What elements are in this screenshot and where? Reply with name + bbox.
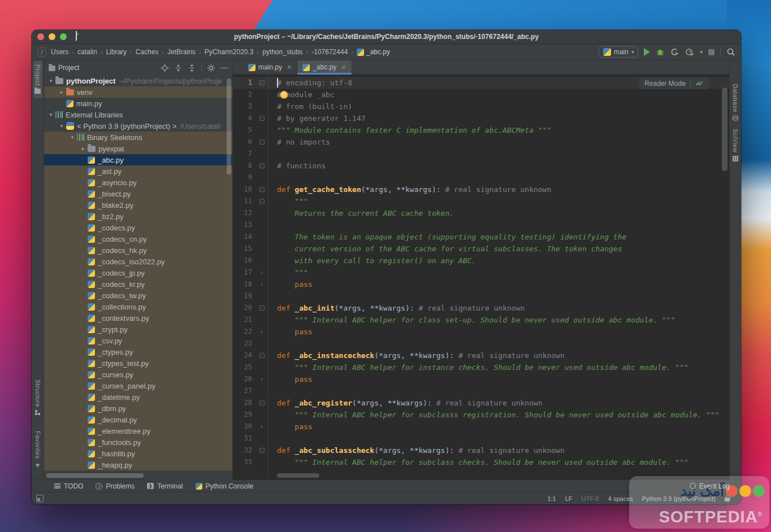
tree-item[interactable]: _ast.py bbox=[44, 165, 232, 177]
fold-marker-icon[interactable]: ∧ bbox=[255, 421, 268, 433]
tool-stripe-tab-sciview[interactable]: SciView bbox=[731, 125, 740, 165]
code-editor[interactable]: 1−# encoding: utf-82# module _abc3# from… bbox=[233, 75, 729, 479]
tree-item[interactable]: _codecs_tw.py bbox=[44, 290, 232, 301]
collapse-all-icon[interactable] bbox=[188, 64, 196, 72]
expand-all-icon[interactable] bbox=[174, 64, 183, 72]
code-line[interactable]: 5""" Module contains faster C implementa… bbox=[233, 124, 729, 136]
breadcrumb-file[interactable]: _abc.py bbox=[357, 48, 390, 56]
profiler-button[interactable] bbox=[685, 47, 694, 56]
tree-item[interactable]: _curses.py bbox=[44, 369, 232, 380]
fold-collapse-icon[interactable]: − bbox=[259, 116, 265, 121]
breadcrumb-item[interactable]: JetBrains bbox=[167, 48, 196, 56]
tree-vertical-scrollbar[interactable] bbox=[227, 79, 231, 175]
code-line[interactable]: 4−# by generator 1.147 bbox=[233, 112, 729, 124]
code-line[interactable]: 30∧ pass bbox=[233, 421, 729, 433]
tool-window-button-terminal[interactable]: ❯Terminal bbox=[147, 482, 183, 490]
tool-stripe-tab-favorites[interactable]: Favorites★ bbox=[33, 427, 42, 472]
fold-end-icon[interactable]: ∧ bbox=[261, 421, 263, 433]
tree-horizontal-scrollbar[interactable] bbox=[46, 473, 144, 478]
tree-item[interactable]: _collections.py bbox=[44, 301, 232, 312]
code-line[interactable]: 24−def _abc_instancecheck(*args, **kwarg… bbox=[233, 350, 729, 361]
code-line[interactable]: 22∧ pass bbox=[233, 326, 729, 338]
tool-window-button-todo[interactable]: TODO bbox=[54, 482, 83, 490]
gear-icon[interactable] bbox=[207, 64, 215, 72]
fold-marker-icon[interactable]: − bbox=[255, 136, 268, 148]
code-line[interactable]: 11− """ bbox=[233, 195, 729, 207]
status-widget-1-1[interactable]: 1:1 bbox=[547, 495, 556, 502]
fold-marker-icon[interactable]: ∧ bbox=[255, 278, 268, 290]
breadcrumb-item[interactable]: python_stubs bbox=[262, 48, 302, 56]
code-line[interactable]: 23 bbox=[233, 338, 729, 350]
tree-item[interactable]: _ctypes.py bbox=[44, 346, 232, 357]
reader-mode-toggle[interactable]: Reader Mode ✓✓ bbox=[639, 78, 709, 89]
breadcrumb-item[interactable]: -107672444 bbox=[311, 48, 348, 56]
tool-window-button-problems[interactable]: !Problems bbox=[96, 482, 135, 490]
code-line[interactable]: 15 current version of the ABC cache for … bbox=[233, 243, 729, 255]
chevron-right-icon[interactable]: ▸ bbox=[79, 146, 88, 151]
chevron-down-icon[interactable]: ▾ bbox=[68, 134, 77, 140]
code-line[interactable]: 16 with every call to register() on any … bbox=[233, 255, 729, 267]
tree-item[interactable]: _elementtree.py bbox=[44, 425, 232, 437]
fold-marker-icon[interactable]: − bbox=[255, 77, 268, 89]
root-slash-icon[interactable]: / bbox=[37, 47, 46, 56]
fold-end-icon[interactable]: ∧ bbox=[261, 326, 263, 338]
fold-marker-icon[interactable]: − bbox=[255, 397, 268, 409]
tree-item[interactable]: _dbm.py bbox=[44, 403, 232, 414]
tree-item[interactable]: _codecs.py bbox=[44, 222, 232, 233]
code-line[interactable]: 6−# no imports bbox=[233, 136, 729, 148]
chevron-right-icon[interactable]: ▸ bbox=[57, 89, 66, 95]
tree-item[interactable]: _decimal.py bbox=[44, 414, 232, 425]
fold-collapse-icon[interactable]: − bbox=[259, 139, 265, 145]
fold-marker-icon[interactable]: ∧ bbox=[255, 267, 268, 278]
fold-end-icon[interactable]: ∧ bbox=[261, 267, 263, 278]
hide-panel-icon[interactable]: — bbox=[220, 65, 228, 71]
run-with-coverage-button[interactable] bbox=[670, 47, 679, 56]
editor-horizontal-scrollbar[interactable] bbox=[277, 473, 319, 478]
tree-item[interactable]: ▾< Python 3.9 (pythonProject) >/Users/ca… bbox=[44, 120, 232, 132]
tree-item[interactable]: ▾External Libraries bbox=[44, 109, 232, 120]
fold-marker-icon[interactable]: − bbox=[255, 302, 268, 314]
code-line[interactable]: 26∧ pass bbox=[233, 373, 729, 385]
code-line[interactable]: 8−# functions bbox=[233, 160, 729, 172]
editor-tab-_abc.py[interactable]: _abc.py✕ bbox=[297, 60, 352, 74]
tree-item[interactable]: _asyncio.py bbox=[44, 177, 232, 188]
tool-stripe-tab-project[interactable]: Project bbox=[33, 60, 42, 98]
title-bar[interactable]: pythonProject – ~/Library/Caches/JetBrai… bbox=[32, 30, 741, 44]
tree-item[interactable]: ▾pythonProject~/PycharmProjects/pythonPr… bbox=[44, 75, 232, 86]
code-line[interactable]: 32−def _abc_subclasscheck(*args, **kwarg… bbox=[233, 444, 729, 456]
tree-item[interactable]: _abc.py bbox=[44, 154, 232, 165]
chevron-down-icon[interactable]: ▾ bbox=[57, 123, 66, 129]
tree-item[interactable]: _csv.py bbox=[44, 335, 232, 346]
breadcrumb-item[interactable]: Users bbox=[51, 48, 68, 56]
tree-item[interactable]: ▾Binary Skeletons bbox=[44, 132, 232, 143]
fold-marker-icon[interactable]: − bbox=[255, 160, 268, 172]
tree-item[interactable]: _codecs_iso2022.py bbox=[44, 256, 232, 267]
fold-marker-icon[interactable]: − bbox=[255, 444, 268, 456]
fold-marker-icon[interactable]: − bbox=[255, 350, 268, 361]
code-line[interactable]: 17∧ """ bbox=[233, 267, 729, 278]
fold-marker-icon[interactable]: ∧ bbox=[255, 373, 268, 385]
tree-item[interactable]: _blake2.py bbox=[44, 199, 232, 211]
run-button[interactable] bbox=[644, 48, 650, 56]
chevron-down-icon[interactable]: ▾ bbox=[46, 112, 55, 117]
code-line[interactable]: 29 """ Internal ABC helper for subclasss… bbox=[233, 409, 729, 421]
tree-item[interactable]: _codecs_jp.py bbox=[44, 267, 232, 278]
tree-item[interactable]: _ctypes_test.py bbox=[44, 357, 232, 369]
tree-item[interactable]: _heapq.py bbox=[44, 459, 232, 470]
tree-item[interactable]: _datetime.py bbox=[44, 391, 232, 403]
fold-marker-icon[interactable]: − bbox=[255, 112, 268, 124]
tree-item[interactable]: _crypt.py bbox=[44, 324, 232, 335]
tree-item[interactable]: _codecs_hk.py bbox=[44, 245, 232, 256]
chevron-down-icon[interactable]: ▾ bbox=[46, 78, 55, 84]
tree-item[interactable]: _bisect.py bbox=[44, 188, 232, 199]
chevron-down-icon[interactable]: ▾ bbox=[76, 31, 77, 41]
breadcrumb-item[interactable]: PyCharm2020.3 bbox=[205, 48, 254, 56]
tree-item[interactable]: _codecs_cn.py bbox=[44, 233, 232, 245]
breadcrumb-item[interactable]: Library bbox=[106, 48, 127, 56]
editor-vertical-scrollbar[interactable] bbox=[722, 88, 727, 171]
fold-collapse-icon[interactable]: − bbox=[259, 400, 265, 405]
editor-tab-main.py[interactable]: main.py✕ bbox=[243, 60, 297, 74]
fold-marker-icon[interactable]: ∧ bbox=[255, 326, 268, 338]
fold-marker-icon[interactable]: − bbox=[255, 195, 268, 207]
status-widget-utf-8[interactable]: UTF-8 bbox=[582, 495, 599, 502]
